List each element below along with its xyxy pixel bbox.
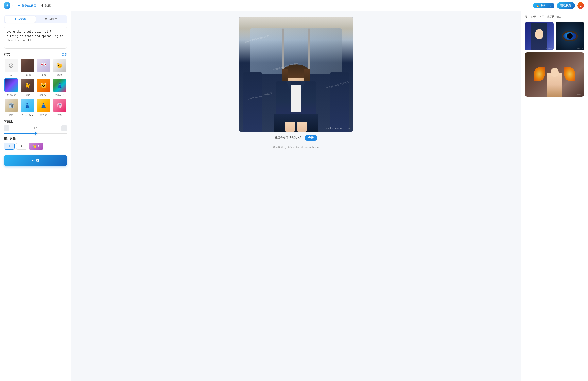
points-label: 积分： xyxy=(541,4,549,7)
count-btn-4[interactable]: 👑 4 xyxy=(29,143,43,150)
style-label-gta: 游戏GTA xyxy=(55,93,64,97)
train-scene: WWW.ABSKOOP.COM WWW.ABSKOOP.COM WWW.ABSK… xyxy=(239,17,353,132)
skirt xyxy=(274,114,318,132)
style-bg-comic: 👘 xyxy=(53,99,66,112)
ratio-slider[interactable] xyxy=(4,133,67,134)
get-points-button[interactable]: 获取积分 xyxy=(557,2,575,9)
aspect-ratio-title: 宽高比 xyxy=(4,120,13,123)
image-count-header: 图片数量 xyxy=(4,137,67,141)
points-badge[interactable]: 🔥 积分： 7 xyxy=(533,2,554,8)
styles-title: 样式 xyxy=(4,53,10,56)
styles-more-link[interactable]: 更多 xyxy=(62,53,67,56)
text-icon: T xyxy=(15,18,16,21)
header-right: 🔥 积分： 7 获取积分 L xyxy=(533,2,584,9)
style-label-photo: 摄影 xyxy=(25,93,30,97)
style-item-lineart[interactable]: 🐱 线稿 xyxy=(52,58,67,77)
style-thumb-pixel: 🐱 xyxy=(36,78,51,93)
style-item-comic[interactable]: 👘 漫画 xyxy=(52,98,67,117)
thumb3-watermark: WWW.A xyxy=(577,94,583,96)
style-bg-anime: 🎌 xyxy=(37,59,50,72)
no-style-icon: ⊘ xyxy=(4,59,18,72)
left-panel: T 从文本 ⊞ 从图片 young skirt suit asian girl … xyxy=(0,11,71,381)
generate-button[interactable]: 生成 xyxy=(4,155,67,166)
aspect-ratio-header: 宽高比 xyxy=(4,120,67,123)
style-thumb-none: ⊘ xyxy=(4,58,18,73)
thumb2-watermark: WWW.A xyxy=(577,47,583,49)
main-image: WWW.ABSKOOP.COM WWW.ABSKOOP.COM WWW.ABSK… xyxy=(239,17,353,132)
style-item-baroque[interactable]: 👗 巴洛克 xyxy=(36,98,51,117)
style-thumb-paper: 🏛️ xyxy=(4,98,18,112)
style-label-cyberpunk: 赛博朋克 xyxy=(6,93,16,97)
main-layout: T 从文本 ⊞ 从图片 young skirt suit asian girl … xyxy=(0,11,588,381)
nav-settings[interactable]: ⚙ 设置 xyxy=(39,0,53,11)
center-panel: WWW.ABSKOOP.COM WWW.ABSKOOP.COM WWW.ABSK… xyxy=(71,11,521,381)
count-options: 1 2 👑 4 xyxy=(4,143,67,150)
contact-bar: 联系我们：yuki@stablediffusionweb.com xyxy=(273,145,319,149)
input-tab-bar: T 从文本 ⊞ 从图片 xyxy=(4,15,67,23)
style-bg-pixel: 🐱 xyxy=(37,79,50,92)
right-panel: 图片在7天内可用。请尽快下载。 WWW.A xyxy=(521,11,588,381)
style-bg-cyberpunk xyxy=(4,79,18,92)
style-item-paper[interactable]: 🏛️ 纸艺 xyxy=(4,98,19,117)
header: ✦ › ✦ 图像生成器 ⚙ 设置 🔥 积分： 7 获取积分 L xyxy=(0,0,588,11)
aspect-ratio-section: 宽高比 1:1 xyxy=(4,120,67,134)
style-item-gta[interactable]: 👗 游戏GTA xyxy=(52,78,67,97)
upgrade-bar: 升级套餐可以去除水印 升级 xyxy=(239,135,353,141)
style-item-photo[interactable]: 🐈 摄影 xyxy=(20,78,35,97)
count-btn-1[interactable]: 1 xyxy=(4,143,15,150)
thumb2-eye xyxy=(562,31,578,41)
style-label-anime: 动画 xyxy=(41,73,46,77)
breadcrumb-chevron: › xyxy=(12,4,13,7)
count-btn-2[interactable]: 2 xyxy=(16,143,27,150)
thumb3-head xyxy=(551,68,559,77)
nav-image-generator[interactable]: ✦ 图像生成器 xyxy=(15,0,39,11)
styles-section-header: 样式 更多 xyxy=(4,53,67,56)
style-thumb-baroque: 👗 xyxy=(36,98,51,112)
style-bg-cinematic xyxy=(21,59,34,72)
nav-image-generator-label: 图像生成器 xyxy=(21,3,36,7)
style-label-pixel: 像素艺术 xyxy=(39,93,48,97)
style-bg-gta: 👗 xyxy=(53,79,66,92)
thumb2-pupil xyxy=(567,33,573,39)
upgrade-button[interactable]: 升级 xyxy=(305,135,317,141)
count-btn-4-value: 4 xyxy=(38,144,39,148)
prompt-input[interactable]: young skirt suit asian girl sitting in t… xyxy=(4,27,67,49)
thumb3-wing-left xyxy=(534,67,545,81)
tab-from-text-label: 从文本 xyxy=(17,17,26,21)
image-count-section: 图片数量 1 2 👑 4 xyxy=(4,137,67,150)
image-generator-icon: ✦ xyxy=(18,3,20,7)
thumb-row-2: WWW.A xyxy=(525,52,584,97)
style-bg-lineart: 🐱 xyxy=(53,59,66,72)
style-item-cute3d[interactable]: 👗 可爱的3D... xyxy=(20,98,35,117)
contact-text: 联系我们：yuki@stablediffusionweb.com xyxy=(273,146,319,149)
ratio-box-right xyxy=(62,125,67,131)
tab-from-text[interactable]: T 从文本 xyxy=(5,16,36,22)
thumbnail-1[interactable]: WWW.A xyxy=(525,22,554,50)
ratio-slider-thumb[interactable] xyxy=(34,132,37,135)
thumbnail-3[interactable]: WWW.A xyxy=(525,52,584,97)
style-bg-cute3d: 👗 xyxy=(21,99,34,112)
style-thumb-gta: 👗 xyxy=(53,78,67,93)
style-item-cyberpunk[interactable]: 赛博朋克 xyxy=(4,78,19,97)
style-item-anime[interactable]: 🎌 动画 xyxy=(36,58,51,77)
avatar[interactable]: L xyxy=(577,2,584,9)
style-label-baroque: 巴洛克 xyxy=(40,113,47,117)
points-icon: 🔥 xyxy=(536,4,539,7)
ratio-slider-fill xyxy=(4,133,36,134)
nav-settings-label: 设置 xyxy=(45,3,51,7)
style-item-cinematic[interactable]: 电影感 xyxy=(20,58,35,77)
style-thumb-photo: 🐈 xyxy=(20,78,35,93)
style-label-lineart: 线稿 xyxy=(57,73,62,77)
main-image-container: WWW.ABSKOOP.COM WWW.ABSKOOP.COM WWW.ABSK… xyxy=(239,17,353,141)
style-label-paper: 纸艺 xyxy=(9,113,14,117)
tab-from-image[interactable]: ⊞ 从图片 xyxy=(36,16,66,22)
style-item-none[interactable]: ⊘ 无 xyxy=(4,58,19,77)
white-shirt xyxy=(291,85,301,112)
thumbnail-2[interactable]: WWW.A xyxy=(556,22,584,50)
thumbnail-grid: WWW.A WWW.A xyxy=(525,22,584,97)
seat-left xyxy=(243,72,262,132)
ratio-box-left xyxy=(4,125,9,131)
style-thumb-lineart: 🐱 xyxy=(53,58,67,73)
style-label-cinematic: 电影感 xyxy=(24,73,31,77)
style-item-pixel[interactable]: 🐱 像素艺术 xyxy=(36,78,51,97)
